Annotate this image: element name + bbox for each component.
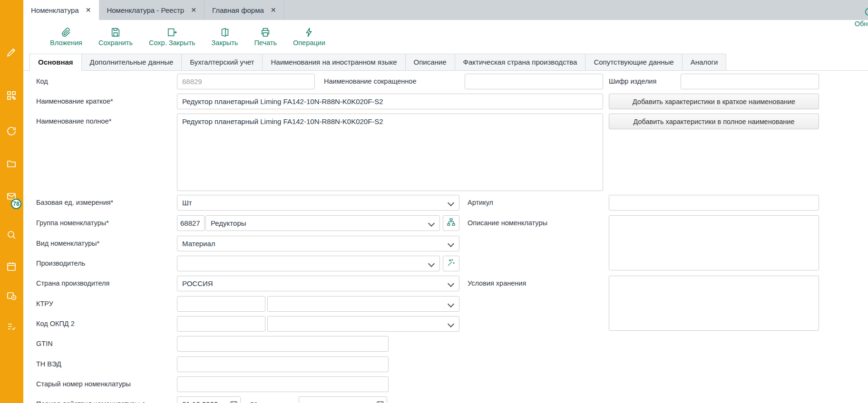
nom-description-label: Описание номенклатуры — [468, 219, 547, 227]
lightning-icon — [304, 27, 314, 38]
chevron-down-icon — [448, 200, 454, 206]
gtin-label: GTIN — [36, 340, 53, 347]
code-input — [177, 74, 315, 89]
chevron-down-icon — [428, 260, 435, 267]
short-title-input[interactable] — [465, 74, 603, 89]
group-tree-picker-button[interactable] — [443, 215, 459, 231]
validity-to-input[interactable] — [299, 396, 387, 403]
okpd2-select[interactable] — [267, 316, 459, 332]
calendar-picker-icon[interactable] — [230, 400, 238, 403]
name-short-input[interactable] — [177, 94, 603, 109]
close-tab-icon[interactable]: ✕ — [191, 6, 196, 14]
storage-textarea[interactable] — [609, 276, 819, 331]
print-label: Печать — [254, 39, 277, 47]
tnved-label: ТН ВЭД — [36, 360, 61, 368]
operations-label: Операции — [293, 39, 325, 47]
tab-fakticheskaya-strana[interactable]: Фактическая страна производства — [455, 54, 586, 71]
calendar-picker-icon[interactable] — [376, 400, 384, 403]
close-button[interactable]: Закрыть — [212, 27, 238, 47]
printer-icon — [260, 27, 271, 38]
group-code-input[interactable] — [177, 215, 205, 231]
old-number-input[interactable] — [177, 376, 389, 392]
save-close-label: Сохр. Закрыть — [149, 39, 195, 47]
tasks-checklist-icon[interactable] — [6, 321, 17, 333]
refresh-circular-icon — [852, 7, 868, 19]
paperclip-icon — [61, 27, 71, 38]
code-label: Код — [36, 77, 48, 85]
form-tab-strip: Основная Дополнительные данные Бухгалтер… — [23, 54, 868, 71]
validity-to-label: по — [250, 400, 258, 403]
save-label: Сохранить — [98, 39, 133, 47]
tree-hierarchy-icon — [447, 218, 456, 229]
tab-inostrannye-naimenovaniya[interactable]: Наименования на иностранном языке — [263, 54, 405, 71]
folder-icon[interactable] — [6, 158, 17, 170]
form-main: Код Наименование сокращенное Шифр издели… — [23, 71, 868, 403]
add-characteristics-short-button[interactable]: Добавить характеристики в краткое наимен… — [609, 94, 819, 109]
window-tab-nomenclature[interactable]: Номенклатура ✕ — [23, 0, 99, 20]
tab-buhgalterskiy-uchet[interactable]: Бухгалтерский учет — [182, 54, 263, 71]
operations-button[interactable]: Операции — [293, 27, 325, 47]
window-tab-label: Номенклатура - Реестр — [107, 6, 184, 14]
ktru-select[interactable] — [267, 296, 459, 312]
name-full-label: Наименование полное* — [36, 117, 111, 125]
toolbar: Вложения Сохранить Сохр. Закрыть Закрыть… — [23, 20, 868, 54]
close-tab-icon[interactable]: ✕ — [86, 6, 91, 14]
kind-select[interactable]: Материал — [177, 236, 459, 251]
cipher-input[interactable] — [681, 74, 819, 89]
attachments-button[interactable]: Вложения — [50, 27, 82, 47]
group-label: Группа номенклатуры* — [36, 219, 109, 227]
manufacturer-select[interactable] — [177, 256, 440, 271]
tab-opisanie[interactable]: Описание — [406, 54, 455, 71]
main-area: Номенклатура ✕ Номенклатура - Реестр ✕ Г… — [23, 0, 868, 403]
print-button[interactable]: Печать — [254, 27, 277, 47]
kind-label: Вид номенклатуры* — [36, 240, 99, 247]
name-full-textarea[interactable] — [177, 114, 603, 191]
tab-analogi[interactable]: Аналоги — [683, 54, 727, 71]
calendar-icon[interactable] — [6, 261, 17, 272]
refresh-button[interactable]: Обно — [840, 0, 868, 34]
close-label: Закрыть — [212, 39, 238, 47]
group-select[interactable]: Редукторы — [205, 215, 440, 231]
chevron-down-icon — [448, 240, 454, 247]
save-close-button[interactable]: Сохр. Закрыть — [149, 27, 195, 47]
manufacturer-label: Производитель — [36, 259, 85, 267]
tab-dopolnitelnye-dannye[interactable]: Дополнительные данные — [82, 54, 182, 71]
article-input[interactable] — [609, 195, 819, 211]
box-clock-icon[interactable] — [6, 290, 17, 301]
gtin-input[interactable] — [177, 336, 389, 352]
edit-pencil-icon[interactable] — [6, 47, 17, 58]
search-icon[interactable] — [6, 229, 17, 240]
application-window: 78 Номенклатура ✕ Номенклатура - Реестр … — [0, 0, 868, 403]
base-unit-select[interactable]: Шт — [177, 195, 459, 211]
save-floppy-icon — [110, 27, 121, 38]
refresh-label: Обно — [855, 20, 868, 28]
save-button[interactable]: Сохранить — [98, 27, 133, 47]
attachments-label: Вложения — [50, 39, 82, 47]
tab-osnovnaya[interactable]: Основная — [29, 54, 82, 71]
add-characteristics-full-button[interactable]: Добавить характеристики в полное наимено… — [609, 114, 819, 129]
manufacturer-wizard-button[interactable] — [443, 256, 459, 271]
ktru-code-input[interactable] — [177, 296, 265, 312]
chevron-down-icon — [428, 220, 435, 227]
chevron-down-icon — [448, 280, 454, 287]
storage-label: Условия хранения — [468, 279, 526, 287]
window-tab-label: Главная форма — [212, 6, 264, 14]
unread-count-badge[interactable]: 78 — [11, 199, 21, 209]
close-tab-icon[interactable]: ✕ — [271, 6, 276, 14]
okpd2-label: Код ОКПД 2 — [36, 320, 75, 327]
country-select[interactable]: РОССИЯ — [177, 276, 459, 291]
window-tab-main-form[interactable]: Главная форма ✕ — [205, 0, 284, 20]
window-tab-bar: Номенклатура ✕ Номенклатура - Реестр ✕ Г… — [23, 0, 868, 20]
nom-description-textarea[interactable] — [609, 215, 819, 270]
name-short-label: Наименование краткое* — [36, 97, 113, 105]
base-unit-value: Шт — [182, 199, 192, 207]
refresh-icon[interactable] — [6, 125, 17, 137]
short-title-label: Наименование сокращенное — [324, 77, 416, 85]
article-label: Артикул — [468, 199, 493, 206]
window-tab-nomenclature-registry[interactable]: Номенклатура - Реестр ✕ — [99, 0, 204, 20]
okpd2-code-input[interactable] — [177, 316, 265, 332]
tnved-input[interactable] — [177, 356, 389, 372]
group-value: Редукторы — [211, 219, 246, 227]
qr-grid-icon[interactable] — [6, 90, 17, 101]
tab-soputstvuyushchie[interactable]: Сопутствующие данные — [585, 54, 682, 71]
